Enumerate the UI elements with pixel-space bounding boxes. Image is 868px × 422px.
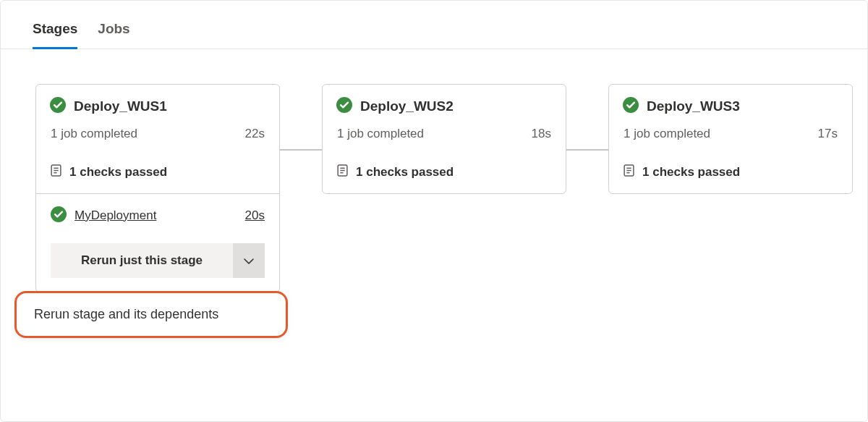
rerun-button-group: Rerun just this stage — [51, 243, 265, 278]
tab-stages[interactable]: Stages — [33, 21, 77, 49]
stage-connector — [566, 149, 608, 151]
stage-checks-text: 1 checks passed — [642, 165, 740, 180]
stage-connector — [280, 149, 322, 151]
stage-card[interactable]: Deploy_WUS3 1 job completed 17s 1 checks… — [608, 84, 853, 194]
tabs-bar: Stages Jobs — [1, 1, 867, 49]
stage-card[interactable]: Deploy_WUS1 1 job completed 22s 1 checks… — [35, 84, 280, 292]
stage-status-text: 1 job completed — [51, 127, 137, 141]
pipeline-area: Deploy_WUS1 1 job completed 22s 1 checks… — [1, 49, 867, 292]
job-row[interactable]: MyDeployment 20s — [51, 206, 265, 224]
success-icon — [50, 97, 66, 115]
job-duration-link[interactable]: 20s — [245, 208, 265, 223]
stage-card[interactable]: Deploy_WUS2 1 job completed 18s 1 checks… — [322, 84, 566, 194]
rerun-stage-button[interactable]: Rerun just this stage — [51, 243, 233, 278]
tab-jobs[interactable]: Jobs — [98, 21, 129, 49]
rerun-dropdown-menu-item[interactable]: Rerun stage and its dependents — [14, 291, 288, 338]
stages-row: Deploy_WUS1 1 job completed 22s 1 checks… — [35, 84, 835, 292]
chevron-down-icon — [244, 256, 254, 266]
stage-title: Deploy_WUS1 — [74, 98, 167, 114]
checklist-icon — [51, 164, 61, 180]
stage-status-text: 1 job completed — [337, 127, 424, 141]
stage-duration: 18s — [532, 127, 551, 141]
rerun-dropdown-toggle[interactable] — [233, 243, 265, 278]
success-icon — [51, 206, 67, 224]
checklist-icon — [624, 164, 634, 180]
stage-duration: 17s — [818, 127, 838, 141]
stage-duration: 22s — [245, 127, 265, 141]
stage-title: Deploy_WUS2 — [360, 98, 454, 114]
stage-title: Deploy_WUS3 — [647, 98, 740, 114]
stage-checks-text: 1 checks passed — [356, 165, 454, 180]
success-icon — [623, 97, 639, 115]
success-icon — [336, 97, 352, 115]
checklist-icon — [337, 164, 348, 180]
stage-status-text: 1 job completed — [624, 127, 710, 141]
job-name-link[interactable]: MyDeployment — [75, 208, 237, 223]
stage-checks-text: 1 checks passed — [69, 165, 167, 180]
